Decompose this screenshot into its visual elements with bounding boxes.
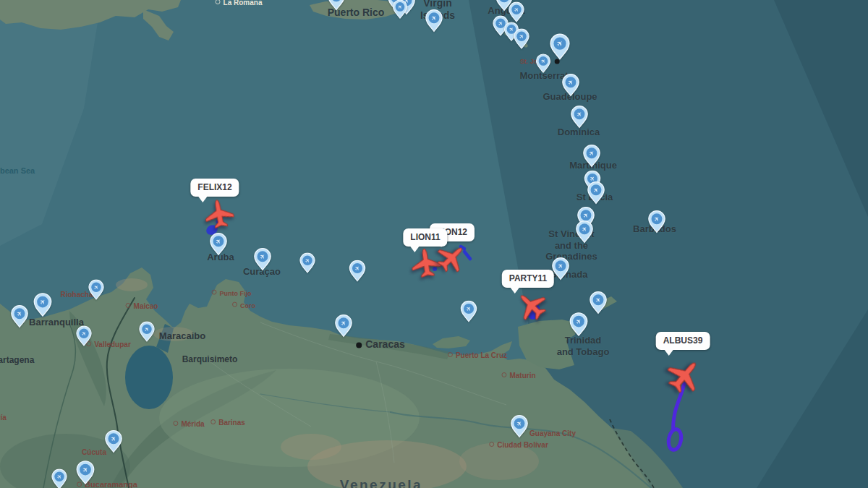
airport-pin[interactable] bbox=[575, 221, 594, 244]
airport-pin[interactable] bbox=[460, 300, 478, 322]
country-border-dashed bbox=[610, 419, 654, 488]
map-label-caracas: Caracas bbox=[356, 338, 405, 351]
map-label-cucuta: Cúcuta bbox=[82, 448, 106, 457]
map-label-guayana-city: Guayana City bbox=[529, 429, 576, 438]
airport-pin[interactable] bbox=[349, 260, 367, 282]
airport-pin[interactable] bbox=[299, 252, 315, 274]
airport-pin[interactable] bbox=[334, 314, 353, 338]
airport-pin[interactable] bbox=[549, 33, 571, 61]
island-margarita bbox=[433, 336, 470, 348]
map-label-merida: Mérida bbox=[173, 420, 204, 429]
airport-pin[interactable] bbox=[209, 233, 228, 257]
map-label-puerto-la-cruz: Puerto La Cruz bbox=[448, 351, 507, 360]
airport-pin[interactable] bbox=[569, 312, 588, 338]
map-label-maicao: Maicao bbox=[126, 302, 158, 311]
airport-pin[interactable] bbox=[582, 145, 601, 168]
airport-pin[interactable] bbox=[327, 0, 346, 12]
airport-pin[interactable] bbox=[508, 1, 524, 23]
map-label-trinidad-tobago: Trinidad and Tobago bbox=[557, 335, 610, 357]
airport-pin[interactable] bbox=[75, 461, 95, 486]
airport-pin[interactable] bbox=[253, 248, 272, 272]
airport-pin[interactable] bbox=[535, 53, 551, 74]
map-label-venezuela: Venezuela bbox=[340, 477, 422, 488]
map-label-monteria: Montería bbox=[0, 414, 7, 422]
landmass-hispaniola bbox=[0, 0, 181, 40]
airport-pin[interactable] bbox=[75, 325, 92, 347]
terrain-patches bbox=[0, 278, 539, 488]
airport-pin[interactable] bbox=[647, 210, 666, 234]
map-label-coro: Coro bbox=[232, 302, 255, 310]
callsign-label-albus39[interactable]: ALBUS39 bbox=[656, 332, 710, 350]
map-label-maracaibo: Maracaibo bbox=[159, 330, 205, 342]
map-label-la-romana: La Romana bbox=[216, 0, 263, 7]
callsign-labels: FELIX12 LION12 LION11 PARTY11 ALBUS39 bbox=[0, 0, 868, 488]
map-label-ciudad-bolivar: Ciudad Bolívar bbox=[489, 441, 548, 450]
airport-pin[interactable] bbox=[51, 468, 67, 488]
airport-pin[interactable] bbox=[88, 279, 104, 301]
airport-pin[interactable] bbox=[425, 9, 443, 33]
airport-pin[interactable] bbox=[561, 74, 580, 98]
flight-map[interactable]: Puerto Rico Virgin Islands Anguilla Mont… bbox=[0, 0, 868, 488]
map-label-barinas: Barinas bbox=[210, 419, 245, 427]
callsign-label-party11[interactable]: PARTY11 bbox=[502, 270, 554, 288]
airport-pin[interactable] bbox=[138, 321, 155, 343]
roads bbox=[210, 322, 506, 463]
airport-pin[interactable] bbox=[551, 257, 570, 281]
airport-pin[interactable] bbox=[10, 305, 29, 329]
mountain-shading bbox=[69, 311, 450, 488]
ocean-seam-band bbox=[774, 0, 868, 217]
map-label-cartagena: Cartagena bbox=[0, 355, 34, 365]
callsign-label-felix12[interactable]: FELIX12 bbox=[190, 179, 239, 197]
airport-pin[interactable] bbox=[587, 181, 605, 205]
map-label-punto-fijo: Punto Fijo bbox=[212, 290, 252, 298]
ocean-seam-band bbox=[0, 0, 101, 246]
ocean-seam-band bbox=[757, 309, 868, 488]
map-label-barquisimeto: Barquisimeto bbox=[182, 354, 238, 364]
airport-pin[interactable] bbox=[104, 430, 123, 454]
aircraft-icon-albus39[interactable] bbox=[657, 348, 712, 403]
airport-pin[interactable] bbox=[510, 415, 529, 439]
airport-pin[interactable] bbox=[33, 293, 52, 318]
map-label-port-au-prince: Port-au-Prince bbox=[79, 0, 139, 1]
map-label-caribbean-sea: Caribbean Sea bbox=[0, 166, 35, 176]
map-label-valledupar: Valledupar bbox=[86, 341, 131, 349]
airport-pin[interactable] bbox=[392, 0, 408, 20]
airport-pin[interactable] bbox=[589, 291, 608, 315]
map-label-maturin: Maturin bbox=[501, 372, 535, 380]
airport-pin[interactable] bbox=[513, 28, 529, 50]
callsign-label-lion11[interactable]: LION11 bbox=[403, 228, 447, 247]
airport-pin[interactable] bbox=[570, 106, 589, 129]
